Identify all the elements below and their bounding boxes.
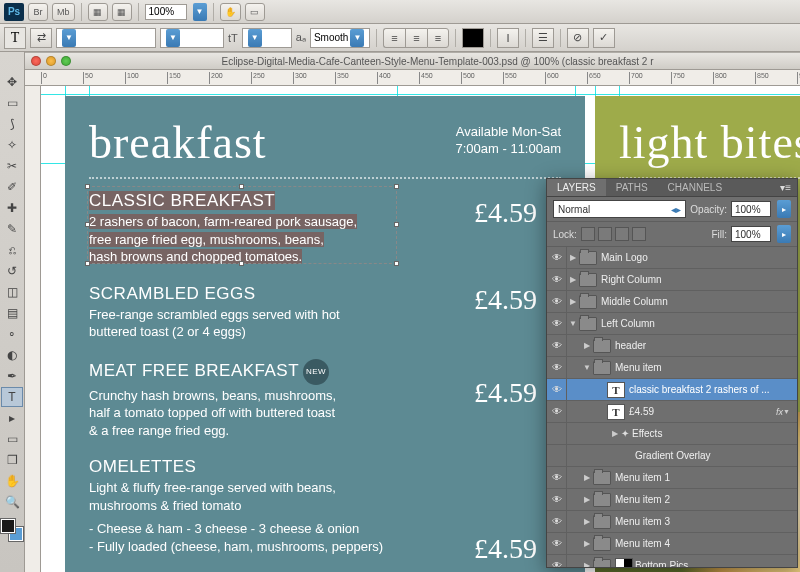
layer-tree[interactable]: 👁▶Main Logo👁▶Right Column👁▶Middle Column… xyxy=(547,247,797,567)
layer-name[interactable]: classic breakfast 2 rashers of ... xyxy=(629,384,793,395)
dodge-tool[interactable]: ◐ xyxy=(1,345,23,365)
hand-tool[interactable]: ✋ xyxy=(1,471,23,491)
character-panel-toggle[interactable]: ☰ xyxy=(532,28,554,48)
layer-name[interactable]: Menu item xyxy=(615,362,793,373)
visibility-toggle[interactable] xyxy=(547,423,567,445)
vertical-ruler[interactable] xyxy=(25,86,41,572)
eraser-tool[interactable]: ◫ xyxy=(1,282,23,302)
screen-mode-button[interactable]: ▭ xyxy=(245,3,265,21)
visibility-toggle[interactable]: 👁 xyxy=(547,511,567,533)
layer-name[interactable]: Left Column xyxy=(601,318,793,329)
pen-tool[interactable]: ✒ xyxy=(1,366,23,386)
disclosure-toggle[interactable]: ▶ xyxy=(567,297,579,306)
eyedropper-tool[interactable]: ✐ xyxy=(1,177,23,197)
tab-layers[interactable]: LAYERS xyxy=(547,179,606,196)
layer-name[interactable]: Menu item 3 xyxy=(615,516,793,527)
font-style-dropdown[interactable]: ▼ xyxy=(160,28,224,48)
opacity-slider-toggle[interactable]: ▸ xyxy=(777,200,791,218)
visibility-toggle[interactable]: 👁 xyxy=(547,269,567,291)
gradient-tool[interactable]: ▤ xyxy=(1,303,23,323)
move-tool[interactable]: ✥ xyxy=(1,72,23,92)
disclosure-toggle[interactable]: ▶ xyxy=(581,517,593,526)
layer-name[interactable]: Menu item 2 xyxy=(615,494,793,505)
fill-input[interactable]: 100% xyxy=(731,226,771,242)
view-extras-button[interactable]: ▦ xyxy=(88,3,108,21)
align-right-button[interactable]: ≡ xyxy=(427,28,449,48)
zoom-tool[interactable]: 🔍 xyxy=(1,492,23,512)
clone-stamp-tool[interactable]: ⎌ xyxy=(1,240,23,260)
layer-row[interactable]: 👁T£4.59fx▼ xyxy=(547,401,797,423)
visibility-toggle[interactable]: 👁 xyxy=(547,467,567,489)
opacity-input[interactable]: 100% xyxy=(731,201,771,217)
font-size-dropdown[interactable]: ▼ xyxy=(242,28,292,48)
disclosure-toggle[interactable]: ▶ xyxy=(567,253,579,262)
lasso-tool[interactable]: ⟆ xyxy=(1,114,23,134)
layer-row[interactable]: 👁▶Bottom Pics xyxy=(547,555,797,567)
anti-alias-dropdown[interactable]: Smooth▼ xyxy=(310,28,370,48)
disclosure-toggle[interactable]: ▶ xyxy=(581,341,593,350)
visibility-toggle[interactable]: 👁 xyxy=(547,489,567,511)
horizontal-ruler[interactable]: 0501001502002503003504004505005506006507… xyxy=(25,70,800,86)
visibility-toggle[interactable]: 👁 xyxy=(547,357,567,379)
fx-toggle[interactable]: ▼ xyxy=(783,408,793,415)
disclosure-toggle[interactable]: ▶ xyxy=(581,495,593,504)
text-color-swatch[interactable] xyxy=(462,28,484,48)
layer-row[interactable]: 👁▶Menu item 1 xyxy=(547,467,797,489)
history-brush-tool[interactable]: ↺ xyxy=(1,261,23,281)
layer-row[interactable]: 👁▼Left Column xyxy=(547,313,797,335)
layer-name[interactable]: Main Logo xyxy=(601,252,793,263)
minibridge-button[interactable]: Mb xyxy=(52,3,75,21)
layer-name[interactable]: Effects xyxy=(632,428,793,439)
arrange-documents-button[interactable]: ✋ xyxy=(220,3,241,21)
layer-row[interactable]: 👁▶Menu item 3 xyxy=(547,511,797,533)
visibility-toggle[interactable] xyxy=(547,445,567,467)
layer-row[interactable]: 👁▶Right Column xyxy=(547,269,797,291)
healing-brush-tool[interactable]: ✚ xyxy=(1,198,23,218)
bridge-button[interactable]: Br xyxy=(28,3,48,21)
blur-tool[interactable]: ∘ xyxy=(1,324,23,344)
crop-tool[interactable]: ✂ xyxy=(1,156,23,176)
brush-tool[interactable]: ✎ xyxy=(1,219,23,239)
layer-row[interactable]: 👁▶Main Logo xyxy=(547,247,797,269)
disclosure-toggle[interactable]: ▼ xyxy=(581,363,593,372)
shape-tool[interactable]: ▭ xyxy=(1,429,23,449)
minimize-window-button[interactable] xyxy=(46,56,56,66)
layer-name[interactable]: Menu item 4 xyxy=(615,538,793,549)
layer-name[interactable]: header xyxy=(615,340,793,351)
visibility-toggle[interactable]: 👁 xyxy=(547,247,567,269)
layer-name[interactable]: Gradient Overlay xyxy=(635,450,793,461)
layer-row[interactable]: 👁▶Middle Column xyxy=(547,291,797,313)
quick-select-tool[interactable]: ✧ xyxy=(1,135,23,155)
layers-panel[interactable]: LAYERS PATHS CHANNELS ▾≡ Normal◂▸ Opacit… xyxy=(546,178,798,568)
close-window-button[interactable] xyxy=(31,56,41,66)
color-picker[interactable] xyxy=(1,519,23,541)
visibility-toggle[interactable]: 👁 xyxy=(547,401,567,423)
visibility-toggle[interactable]: 👁 xyxy=(547,533,567,555)
visibility-toggle[interactable]: 👁 xyxy=(547,313,567,335)
layer-row[interactable]: 👁Tclassic breakfast 2 rashers of ... xyxy=(547,379,797,401)
visibility-toggle[interactable]: 👁 xyxy=(547,291,567,313)
layer-row[interactable]: 👁▶Menu item 4 xyxy=(547,533,797,555)
layer-row[interactable]: 👁▶header xyxy=(547,335,797,357)
disclosure-toggle[interactable]: ▶ xyxy=(609,429,621,438)
panel-menu-button[interactable]: ▾≡ xyxy=(774,179,797,196)
font-family-dropdown[interactable]: ▼ xyxy=(56,28,156,48)
layer-name[interactable]: Middle Column xyxy=(601,296,793,307)
zoom-level-input[interactable]: 100% xyxy=(145,4,187,20)
visibility-toggle[interactable]: 👁 xyxy=(547,335,567,357)
marquee-tool[interactable]: ▭ xyxy=(1,93,23,113)
path-select-tool[interactable]: ▸ xyxy=(1,408,23,428)
warp-text-button[interactable]: I xyxy=(497,28,519,48)
type-tool-preset[interactable]: T xyxy=(4,27,26,49)
disclosure-toggle[interactable]: ▼ xyxy=(567,319,579,328)
lock-controls[interactable] xyxy=(581,227,708,241)
zoom-window-button[interactable] xyxy=(61,56,71,66)
tab-paths[interactable]: PATHS xyxy=(606,179,658,196)
3d-tool[interactable]: ❒ xyxy=(1,450,23,470)
layer-row[interactable]: ▶✦ Effects xyxy=(547,423,797,445)
disclosure-toggle[interactable]: ▶ xyxy=(581,539,593,548)
foreground-color[interactable] xyxy=(1,519,15,533)
fill-slider-toggle[interactable]: ▸ xyxy=(777,225,791,243)
disclosure-toggle[interactable]: ▶ xyxy=(567,275,579,284)
commit-edits-button[interactable]: ✓ xyxy=(593,28,615,48)
